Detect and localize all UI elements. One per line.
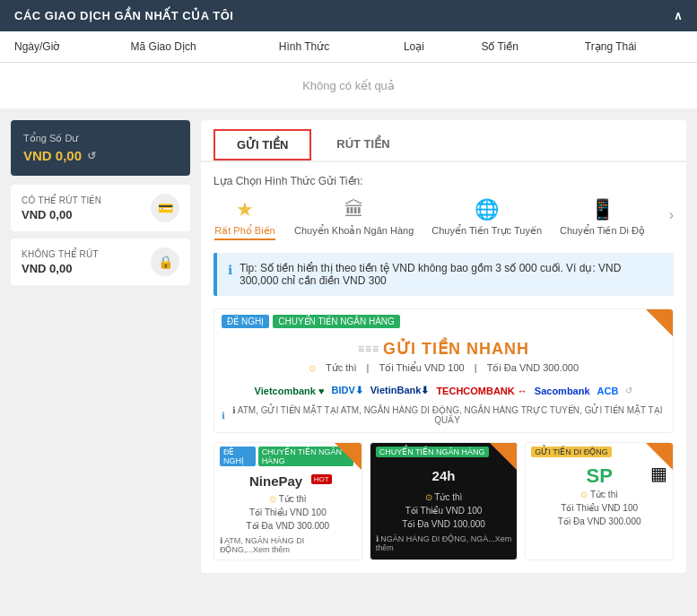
left-sidebar: Tổng Số Dư VND 0,00 ↺ CÓ THỂ RÚT TIỀN VN…: [11, 120, 190, 573]
tip-info-icon: ℹ: [228, 263, 232, 277]
card-note-text: ℹ ATM, GỬI TIỀN MẶT TẠI ATM, NGÂN HÀNG D…: [229, 405, 666, 425]
card-subtitle: ⊙ Tức thì | Tối Thiểu VND 100 | Tối Đa V…: [214, 362, 673, 379]
ninepay-instant-icon: ⊙: [269, 494, 276, 504]
table-header-row: Ngày/Giờ Mã Giao Dịch Hình Thức Loại Số …: [0, 31, 697, 63]
section-label: Lựa Chọn Hình Thức Gửi Tiền:: [213, 175, 674, 187]
separator1: |: [367, 362, 372, 373]
corner-badge: [646, 309, 673, 336]
card-header-tags: ĐỀ NGHỊ CHUYỂN TIỀN NGÂN HÀNG: [214, 309, 673, 334]
main-transfer-card[interactable]: ĐỀ NGHỊ CHUYỂN TIỀN NGÂN HÀNG ≡≡≡ GỬI TI…: [213, 308, 674, 433]
ninepay-min: Tối Thiểu VND 100: [214, 506, 362, 519]
max-label: Tối Đa VND 300.000: [487, 362, 579, 373]
section-header: CÁC GIAO DỊCH GẦN NHẤT CỦA TÔI ∧: [0, 0, 697, 31]
tag-bank-transfer: CHUYỂN TIỀN NGÂN HÀNG: [273, 315, 400, 328]
bank-sacombank: Sacombank: [535, 386, 590, 396]
transactions-table: Ngày/Giờ Mã Giao Dịch Hình Thức Loại Số …: [0, 31, 697, 109]
instant-icon: ⊙: [309, 363, 316, 373]
ninepay-subtitle: ⊙ Tức thì: [214, 492, 362, 506]
bank-bidv: BIDV⬇: [331, 385, 362, 396]
ninepay-tag-recommended: ĐỀ NGHỊ: [220, 447, 256, 466]
sp-subtitle: ⊙ Tức thì: [526, 488, 673, 501]
sp-instant: Tức thì: [590, 490, 618, 499]
col-amount: Số Tiền: [466, 31, 570, 63]
method-popular-label: Rất Phổ Biến: [214, 225, 274, 240]
instant-label: Tức thì: [326, 362, 357, 373]
24h-instant-icon: ⊙: [425, 492, 432, 502]
tip-box: ℹ Tip: Số tiền hiển thị theo tiền tệ VND…: [213, 253, 674, 296]
right-content: GỬI TIỀN RÚT TIỀN Lựa Chọn Hình Thức Gửi…: [201, 120, 686, 573]
24h-max: Tối Đa VND 100.000: [370, 517, 518, 531]
sp-tag-mobile: GỬI TIỀN DI ĐỘNG: [531, 447, 611, 457]
min-label: Tối Thiểu VND 100: [379, 362, 465, 373]
24h-instant: Tức thì: [434, 492, 462, 502]
method-online-label: Chuyển Tiền Trực Tuyến: [431, 225, 542, 237]
method-bank-label: Chuyển Khoản Ngân Hàng: [294, 225, 414, 237]
tab-gui-tien[interactable]: GỬI TIỀN: [213, 129, 311, 161]
non-withdrawable-icon: 🔒: [151, 247, 179, 276]
ninepay-badge: HOT: [311, 474, 332, 484]
sp-max: Tối Đa VND 300.000: [526, 515, 673, 528]
sp-instant-icon: ⊙: [580, 490, 588, 499]
small-cards-row: ĐỀ NGHỊ CHUYỂN TIỀN NGÂN HÀNG NinePay HO…: [213, 442, 674, 560]
methods-arrow-icon[interactable]: ›: [669, 207, 674, 223]
globe-icon: 🌐: [475, 198, 499, 221]
bank-vietcombank: Vietcombank ♥: [255, 386, 325, 396]
tag-recommended: ĐỀ NGHỊ: [222, 315, 269, 328]
withdrawable-balance: CÓ THỂ RÚT TIỀN VND 0,00 💳: [11, 185, 190, 231]
main-card-title: ≡≡≡ GỬI TIỀN NHANH: [214, 334, 673, 362]
card-note: ℹ ℹ ATM, GỬI TIỀN MẶT TẠI ATM, NGÂN HÀNG…: [214, 402, 673, 432]
24h-note: ℹ NGÂN HÀNG DI ĐỘNG, NGÀ...Xem thêm: [370, 531, 518, 558]
method-online-transfer[interactable]: 🌐 Chuyển Tiền Trực Tuyến: [431, 198, 542, 237]
col-type: Loại: [389, 31, 467, 63]
small-card-sp[interactable]: GỬI TIỀN DI ĐỘNG SP ▦ ⊙ Tức thì Tối Thiể…: [525, 442, 674, 560]
col-status: Trạng Thái: [571, 31, 697, 63]
collapse-icon[interactable]: ∧: [674, 9, 684, 22]
card-title-text: GỬI TIỀN NHANH: [383, 339, 529, 359]
ninepay-title: NinePay: [244, 470, 308, 492]
balance-amount: VND 0,00 ↺: [23, 148, 178, 163]
ninepay-instant: Tức thì: [279, 494, 307, 504]
24h-corner-badge: [490, 443, 517, 470]
withdrawable-label: CÓ THỂ RÚT TIỀN: [22, 195, 101, 205]
refresh-icon[interactable]: ↺: [87, 150, 96, 162]
col-date: Ngày/Giờ: [0, 31, 117, 63]
sp-min: Tối Thiểu VND 100: [526, 501, 673, 515]
ninepay-corner-badge: [335, 443, 362, 470]
balance-card: Tổng Số Dư VND 0,00 ↺: [11, 120, 190, 176]
non-withdrawable-balance: KHÔNG THỂ RÚT VND 0,00 🔒: [11, 239, 190, 285]
withdrawable-amount: VND 0,00: [22, 208, 101, 221]
tip-text: Tip: Số tiền hiển thị theo tiền tệ VND k…: [240, 262, 663, 287]
24h-tag-bank: CHUYỂN TIỀN NGÂN HÀNG: [376, 447, 489, 457]
method-popular[interactable]: ★ Rất Phổ Biến: [213, 198, 276, 240]
method-mobile-label: Chuyển Tiền Di Độ: [560, 225, 645, 237]
col-method: Hình Thức: [265, 31, 389, 63]
small-card-ninepay[interactable]: ĐỀ NGHỊ CHUYỂN TIỀN NGÂN HÀNG NinePay HO…: [213, 442, 362, 560]
empty-row: Không có kết quả: [0, 63, 697, 109]
separator2: |: [475, 362, 480, 373]
ninepay-note: ℹ ATM, NGÂN HÀNG DI ĐỘNG,...Xem thêm: [214, 533, 362, 560]
withdrawable-info: CÓ THỂ RÚT TIỀN VND 0,00: [22, 195, 101, 221]
bank-more-icon: ↺: [625, 386, 632, 395]
withdrawable-icon: 💳: [151, 194, 179, 222]
mobile-icon: 📱: [590, 198, 614, 221]
content-body: Lựa Chọn Hình Thức Gửi Tiền: ★ Rất Phổ B…: [201, 162, 686, 573]
bank-techcombank: TECHCOMBANK ↔: [436, 386, 527, 396]
bank-acb: ACB: [597, 386, 619, 396]
top-section: CÁC GIAO DỊCH GẦN NHẤT CỦA TÔI ∧ Ngày/Gi…: [0, 0, 697, 109]
main-area: Tổng Số Dư VND 0,00 ↺ CÓ THỂ RÚT TIỀN VN…: [0, 109, 697, 584]
small-card-24h[interactable]: CHUYỂN TIỀN NGÂN HÀNG 24h ⊙ Tức thì Tối …: [370, 442, 518, 560]
col-code: Mã Giao Dịch: [117, 31, 265, 63]
ninepay-max: Tối Đa VND 300.000: [214, 519, 362, 533]
sp-corner-badge: [646, 443, 673, 470]
method-bank-transfer[interactable]: 🏛 Chuyển Khoản Ngân Hàng: [294, 198, 414, 237]
tab-rut-tien[interactable]: RÚT TIỀN: [315, 129, 411, 161]
section-title: CÁC GIAO DỊCH GẦN NHẤT CỦA TÔI: [14, 9, 233, 22]
24h-subtitle: ⊙ Tức thì: [370, 490, 518, 504]
balance-value: VND 0,00: [23, 148, 82, 163]
empty-message: Không có kết quả: [0, 63, 697, 109]
card-note-info-icon: ℹ: [222, 411, 225, 421]
24h-title: 24h: [423, 464, 465, 487]
method-mobile-transfer[interactable]: 📱 Chuyển Tiền Di Độ: [560, 198, 645, 237]
methods-row: ★ Rất Phổ Biến 🏛 Chuyển Khoản Ngân Hàng …: [213, 198, 674, 240]
bank-icon: 🏛: [344, 198, 364, 221]
